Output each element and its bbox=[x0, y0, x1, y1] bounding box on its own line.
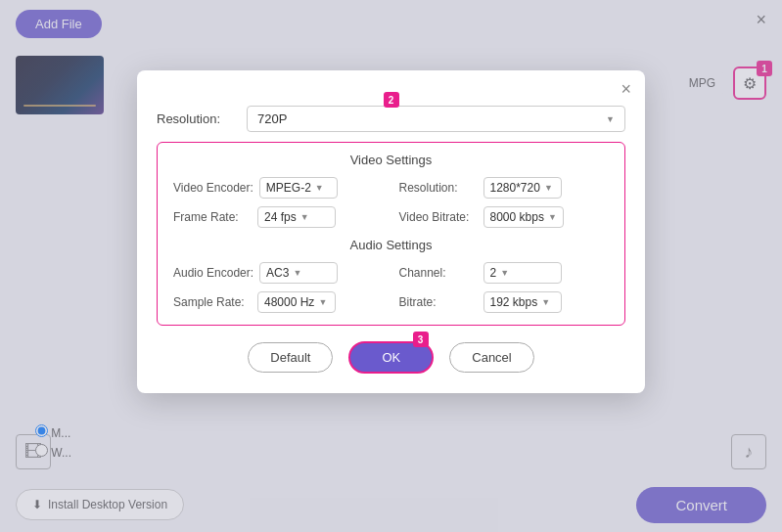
resolution-label: Resolution: bbox=[157, 111, 235, 126]
sample-rate-label: Sample Rate: bbox=[173, 295, 252, 309]
video-encoder-row: Video Encoder: MPEG-2 ▼ bbox=[173, 177, 384, 199]
video-bitrate-row: Video Bitrate: 8000 kbps ▼ bbox=[399, 206, 610, 228]
video-settings-grid: Video Encoder: MPEG-2 ▼ Resolution: 1280… bbox=[173, 177, 609, 228]
cancel-button[interactable]: Cancel bbox=[449, 342, 533, 373]
audio-settings-grid: Audio Encoder: AC3 ▼ Channel: 2 ▼ Sample… bbox=[173, 262, 609, 313]
resolution-right-select[interactable]: 1280*720 ▼ bbox=[483, 177, 562, 199]
chevron-down-icon: ▼ bbox=[606, 114, 615, 124]
chevron-down-icon: ▼ bbox=[541, 297, 550, 307]
channel-select[interactable]: 2 ▼ bbox=[483, 262, 562, 284]
chevron-down-icon: ▼ bbox=[318, 297, 327, 307]
frame-rate-label: Frame Rate: bbox=[173, 210, 252, 224]
audio-settings-title: Audio Settings bbox=[173, 238, 609, 252]
resolution-select[interactable]: 720P ▼ bbox=[247, 106, 625, 132]
sample-rate-select[interactable]: 48000 Hz ▼ bbox=[257, 291, 336, 313]
dialog-close-button[interactable]: × bbox=[621, 80, 631, 98]
resolution-right-row: Resolution: 1280*720 ▼ bbox=[399, 177, 610, 199]
bitrate-select[interactable]: 192 kbps ▼ bbox=[483, 291, 562, 313]
chevron-down-icon: ▼ bbox=[548, 212, 557, 222]
audio-encoder-row: Audio Encoder: AC3 ▼ bbox=[173, 262, 384, 284]
resolution-row: Resolution: 720P ▼ 2 bbox=[137, 102, 645, 142]
chevron-down-icon: ▼ bbox=[293, 268, 301, 278]
video-encoder-select[interactable]: MPEG-2 ▼ bbox=[259, 177, 338, 199]
frame-rate-select[interactable]: 24 fps ▼ bbox=[257, 206, 336, 228]
video-settings-title: Video Settings bbox=[173, 153, 609, 167]
chevron-down-icon: ▼ bbox=[300, 212, 309, 222]
app-background: Add File × MPG ⚙ 1 🎞 M... W... ♪ ⬇ Insta… bbox=[0, 0, 782, 532]
chevron-down-icon: ▼ bbox=[500, 268, 509, 278]
bitrate-row: Bitrate: 192 kbps ▼ bbox=[399, 291, 610, 313]
resolution-right-label: Resolution: bbox=[399, 181, 478, 195]
video-bitrate-select[interactable]: 8000 kbps ▼ bbox=[483, 206, 564, 228]
default-button[interactable]: Default bbox=[248, 342, 333, 373]
sample-rate-row: Sample Rate: 48000 Hz ▼ bbox=[173, 291, 384, 313]
settings-dialog: × Resolution: 720P ▼ 2 Video Settings Vi… bbox=[137, 70, 645, 393]
video-encoder-label: Video Encoder: bbox=[173, 181, 253, 195]
channel-row: Channel: 2 ▼ bbox=[399, 262, 610, 284]
video-bitrate-label: Video Bitrate: bbox=[399, 210, 478, 224]
dialog-footer: Default OK 3 Cancel bbox=[137, 341, 645, 374]
settings-box: Video Settings Video Encoder: MPEG-2 ▼ R… bbox=[157, 142, 625, 326]
bitrate-label: Bitrate: bbox=[399, 295, 478, 309]
audio-encoder-label: Audio Encoder: bbox=[173, 266, 253, 280]
badge-3: 3 bbox=[413, 332, 429, 347]
frame-rate-row: Frame Rate: 24 fps ▼ bbox=[173, 206, 384, 228]
badge-2: 2 bbox=[384, 92, 399, 108]
chevron-down-icon: ▼ bbox=[544, 183, 553, 193]
chevron-down-icon: ▼ bbox=[315, 183, 324, 193]
channel-label: Channel: bbox=[399, 266, 478, 280]
audio-encoder-select[interactable]: AC3 ▼ bbox=[259, 262, 338, 284]
